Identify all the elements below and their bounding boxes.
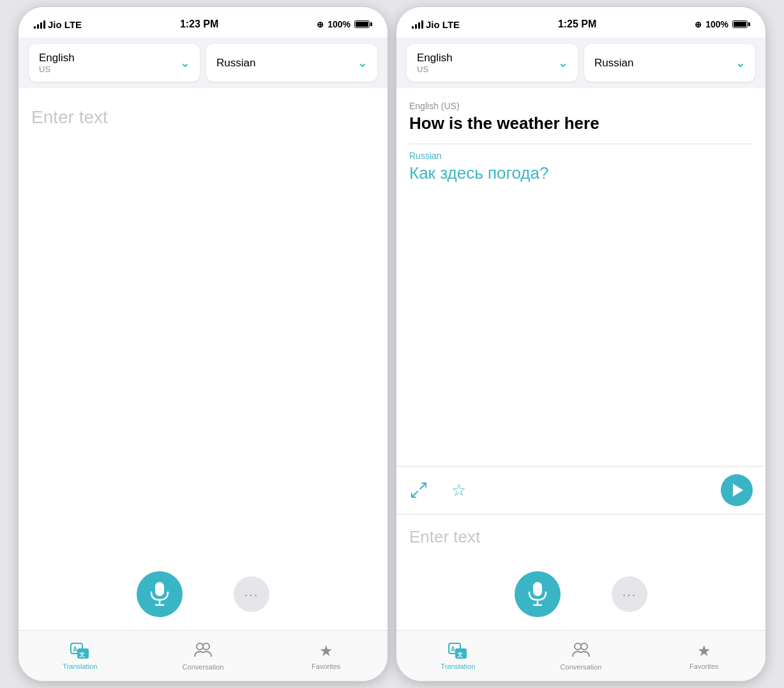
target-text: Как здесь погода? — [409, 163, 753, 183]
translation-tab-icon-left: A 文 — [70, 642, 90, 660]
left-phone: Jio LTE 1:23 PM ⊕ 100% English US ⌄ — [18, 6, 388, 682]
action-row: ☆ — [396, 466, 765, 514]
tab-translation-label-right: Translation — [441, 662, 475, 670]
tab-bar-left: A 文 Translation Conversation — [19, 630, 388, 681]
translation-tab-icon-right: A 文 — [448, 642, 468, 660]
battery-label: 100% — [328, 19, 351, 29]
svg-line-14 — [420, 483, 426, 489]
lang1-name-left: English — [39, 52, 75, 64]
tab-conversation-label-right: Conversation — [561, 663, 602, 671]
tab-translation-right[interactable]: A 文 Translation — [396, 631, 520, 681]
svg-rect-15 — [533, 582, 542, 596]
svg-line-11 — [412, 491, 418, 497]
source-text: How is the weather here — [409, 114, 753, 133]
time-label-right: 1:25 PM — [558, 19, 596, 30]
mic-icon-left — [149, 582, 170, 606]
lang-selector-left: English US ⌄ Russian ⌄ — [19, 38, 388, 88]
main-content-left: Enter text — [19, 88, 388, 565]
svg-point-8 — [203, 643, 209, 650]
result-divider — [409, 144, 753, 144]
svg-point-7 — [197, 643, 203, 650]
target-lang-label: Russian — [409, 151, 753, 161]
carrier-label-right: Jio LTE — [426, 19, 460, 30]
mic-button-right[interactable] — [515, 571, 561, 617]
tab-favorites-label-right: Favorites — [690, 662, 718, 670]
tab-translation-label-left: Translation — [63, 662, 97, 670]
lang1-button-left[interactable]: English US ⌄ — [29, 44, 200, 82]
status-bar-left: Jio LTE 1:23 PM ⊕ 100% — [19, 7, 388, 38]
more-dots-left: ··· — [245, 587, 259, 602]
lang2-name-left: Russian — [216, 57, 255, 70]
tab-translation-left[interactable]: A 文 Translation — [19, 631, 142, 681]
translation-result-area: English (US) How is the weather here Rus… — [396, 88, 765, 466]
svg-text:A: A — [73, 646, 77, 653]
battery-icon-right — [732, 20, 750, 28]
conversation-tab-icon-right — [571, 641, 591, 661]
lang1-chevron-right: ⌄ — [558, 56, 568, 70]
controls-row-left: ··· — [19, 565, 388, 630]
tab-conversation-left[interactable]: Conversation — [142, 631, 265, 681]
play-button[interactable] — [721, 474, 753, 506]
more-button-left[interactable]: ··· — [234, 576, 269, 612]
lang2-button-left[interactable]: Russian ⌄ — [206, 44, 377, 82]
lang-selector-right: English US ⌄ Russian ⌄ — [396, 38, 765, 88]
expand-icon[interactable] — [409, 481, 428, 500]
input-area-left[interactable]: Enter text — [19, 88, 388, 565]
source-lang-label: English (US) — [409, 101, 753, 111]
right-phone: Jio LTE 1:25 PM ⊕ 100% English US ⌄ — [396, 6, 766, 682]
status-bar-right: Jio LTE 1:25 PM ⊕ 100% — [396, 7, 765, 38]
more-button-right[interactable]: ··· — [612, 576, 647, 612]
lang1-region-right: US — [417, 64, 453, 74]
mic-icon-right — [527, 582, 548, 606]
favorite-icon[interactable]: ☆ — [451, 481, 466, 500]
favorites-star-icon-left: ★ — [319, 642, 333, 660]
svg-text:A: A — [451, 646, 455, 653]
favorites-star-icon-right: ★ — [697, 642, 711, 660]
tab-favorites-left[interactable]: ★ Favorites — [264, 631, 388, 681]
svg-text:文: 文 — [457, 652, 463, 658]
tab-conversation-label-left: Conversation — [183, 663, 224, 671]
svg-text:文: 文 — [79, 652, 85, 658]
lang1-chevron-left: ⌄ — [180, 56, 190, 70]
main-content-right: English (US) How is the weather here Rus… — [396, 88, 765, 565]
svg-point-22 — [575, 643, 581, 650]
lang2-button-right[interactable]: Russian ⌄ — [584, 44, 755, 82]
more-dots-right: ··· — [622, 587, 637, 602]
conversation-tab-icon-left — [193, 641, 213, 661]
svg-rect-0 — [155, 582, 164, 596]
lang1-button-right[interactable]: English US ⌄ — [407, 44, 578, 82]
signal-icon-right — [412, 20, 423, 29]
bottom-input-area[interactable]: Enter text — [396, 514, 765, 565]
carrier-label: Jio LTE — [48, 19, 82, 30]
lang2-chevron-right: ⌄ — [735, 56, 745, 70]
mic-button-left[interactable] — [137, 571, 183, 617]
play-icon — [733, 484, 743, 497]
placeholder-left: Enter text — [31, 101, 108, 134]
tab-conversation-right[interactable]: Conversation — [520, 631, 643, 681]
signal-icon — [34, 20, 45, 29]
tab-favorites-right[interactable]: ★ Favorites — [642, 631, 765, 681]
lang2-name-right: Russian — [594, 57, 633, 70]
tab-favorites-label-left: Favorites — [312, 662, 340, 670]
battery-label-right: 100% — [705, 19, 728, 29]
bottom-placeholder: Enter text — [409, 527, 480, 546]
lang1-region-left: US — [39, 64, 75, 74]
time-label: 1:23 PM — [180, 19, 218, 30]
lang1-name-right: English — [417, 52, 453, 64]
location-icon-right: ⊕ — [695, 20, 702, 29]
lang2-chevron-left: ⌄ — [358, 56, 367, 70]
controls-row-right: ··· — [396, 565, 765, 630]
location-icon: ⊕ — [317, 20, 324, 29]
tab-bar-right: A 文 Translation Conversation — [396, 630, 765, 681]
svg-point-23 — [581, 643, 587, 650]
battery-icon — [354, 20, 372, 28]
